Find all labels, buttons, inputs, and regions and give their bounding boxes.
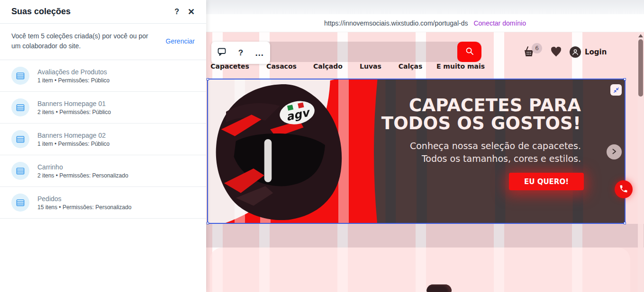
nav-item-calcado[interactable]: Calçado bbox=[313, 62, 343, 70]
section-divider-band bbox=[206, 224, 644, 248]
hero-background: agv CAPACETES PARA TODOS OS GOSTOS! Conh… bbox=[208, 80, 625, 223]
cta-button[interactable]: EU QUERO! bbox=[509, 173, 584, 190]
hero-banner[interactable]: agv CAPACETES PARA TODOS OS GOSTOS! Conh… bbox=[207, 79, 626, 224]
login-label: Login bbox=[585, 48, 607, 56]
connect-domain-link[interactable]: Conectar domínio bbox=[473, 19, 526, 27]
collection-list-item[interactable]: Banners Homepage 02 1 item • Permissões:… bbox=[0, 124, 206, 155]
product-image-peek bbox=[426, 284, 452, 292]
next-slide-button[interactable] bbox=[607, 144, 622, 159]
manage-link[interactable]: Gerenciar bbox=[166, 37, 195, 45]
editor-context-toolbar: ? … bbox=[211, 42, 270, 64]
panel-title: Suas coleções bbox=[11, 7, 173, 17]
phone-icon bbox=[619, 184, 628, 195]
nav-item-calcas[interactable]: Calças bbox=[399, 62, 423, 70]
chevron-right-icon bbox=[611, 148, 617, 156]
selection-handle[interactable] bbox=[624, 222, 626, 224]
collection-table-icon bbox=[11, 130, 29, 148]
help-icon-toolbar[interactable]: ? bbox=[238, 48, 243, 58]
close-icon[interactable]: ✕ bbox=[187, 7, 196, 17]
panel-header: Suas coleções ? ✕ bbox=[0, 0, 206, 24]
collections-summary-text: Você tem 5 coleções criada(s) por você o… bbox=[11, 31, 154, 51]
collection-list-item[interactable]: Banners Homepage 01 2 itens • Permissões… bbox=[0, 92, 206, 124]
login-button[interactable]: Login bbox=[570, 46, 607, 58]
hero-copy: CAPACETES PARA TODOS OS GOSTOS! Conheça … bbox=[354, 97, 581, 165]
site-url: https://innovemsociais.wixstudio.com/por… bbox=[324, 19, 468, 27]
wishlist-heart-icon[interactable] bbox=[550, 46, 562, 59]
collection-meta: 1 item • Permissões: Público bbox=[37, 77, 109, 84]
hero-title-line1: CAPACETES PARA bbox=[354, 97, 581, 115]
collapse-icon[interactable] bbox=[610, 84, 622, 96]
collection-list-item[interactable]: Pedidos 15 itens • Permissões: Personali… bbox=[0, 187, 206, 219]
selection-handle[interactable] bbox=[624, 78, 626, 80]
wix-editor-screen: Suas coleções ? ✕ Você tem 5 coleções cr… bbox=[0, 0, 644, 292]
selection-handle[interactable] bbox=[207, 78, 209, 80]
collection-meta: 15 itens • Permissões: Personalizado bbox=[37, 204, 131, 211]
search-button[interactable] bbox=[457, 42, 481, 62]
phone-button[interactable] bbox=[615, 180, 633, 198]
collection-table-icon bbox=[11, 194, 29, 212]
help-icon[interactable]: ? bbox=[173, 7, 180, 17]
collection-name: Carrinho bbox=[37, 163, 128, 171]
collection-table-icon bbox=[11, 98, 29, 116]
browser-chrome-strip bbox=[206, 0, 644, 14]
url-bar: https://innovemsociais.wixstudio.com/por… bbox=[206, 14, 644, 32]
collection-name: Avaliações de Produtos bbox=[37, 68, 109, 76]
collection-list-item[interactable]: Carrinho 2 itens • Permissões: Personali… bbox=[0, 155, 206, 187]
nav-item-e-muito-mais[interactable]: E muito mais bbox=[436, 62, 485, 70]
site-viewport: 6 Login Capacetes Casacos Calçado Luvas … bbox=[206, 32, 644, 292]
scroll-up-arrow-icon[interactable] bbox=[638, 34, 643, 37]
nav-item-casacos[interactable]: Casacos bbox=[266, 62, 297, 70]
search-icon bbox=[465, 46, 474, 57]
more-icon[interactable]: … bbox=[255, 48, 264, 58]
collection-name: Banners Homepage 01 bbox=[37, 99, 111, 108]
comment-icon[interactable] bbox=[217, 47, 227, 59]
collections-panel: Suas coleções ? ✕ Você tem 5 coleções cr… bbox=[0, 0, 206, 292]
cart-count-badge: 6 bbox=[532, 43, 542, 53]
collection-table-icon bbox=[11, 67, 29, 85]
scrollbar-thumb[interactable] bbox=[638, 39, 643, 97]
collection-table-icon bbox=[11, 162, 29, 180]
user-icon bbox=[570, 46, 581, 58]
selection-handle[interactable] bbox=[207, 222, 209, 224]
scrollbar bbox=[638, 32, 644, 292]
collection-meta: 2 itens • Permissões: Personalizado bbox=[37, 172, 128, 179]
collection-name: Pedidos bbox=[37, 195, 131, 203]
collection-list-item[interactable]: Avaliações de Produtos 1 item • Permissõ… bbox=[0, 60, 206, 92]
collection-meta: 1 item • Permissões: Público bbox=[37, 140, 109, 148]
collections-summary-row: Você tem 5 coleções criada(s) por você o… bbox=[0, 24, 206, 60]
hero-subtitle: Conheça nossa seleção de capacetes. Todo… bbox=[382, 140, 581, 165]
collection-list: Avaliações de Produtos 1 item • Permissõ… bbox=[0, 60, 206, 219]
nav-item-luvas[interactable]: Luvas bbox=[360, 62, 381, 70]
helmet-image: agv bbox=[208, 82, 361, 223]
next-section-card bbox=[210, 248, 630, 292]
collection-meta: 2 itens • Permissões: Público bbox=[37, 108, 111, 116]
hero-title-line2: TODOS OS GOSTOS! bbox=[354, 115, 581, 133]
site-preview-frame: https://innovemsociais.wixstudio.com/por… bbox=[206, 0, 644, 292]
collection-name: Banners Homepage 02 bbox=[37, 131, 109, 140]
